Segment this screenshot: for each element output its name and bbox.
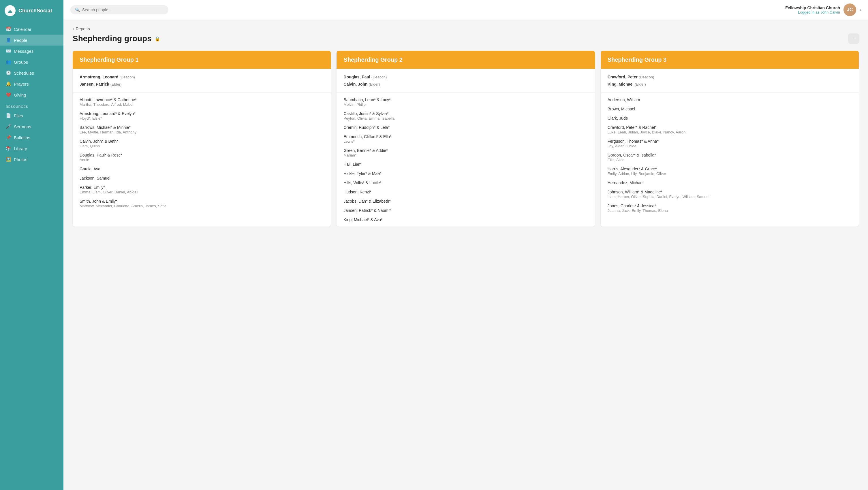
- sidebar-item-people-label: People: [14, 38, 27, 43]
- sidebar-item-library[interactable]: 📚 Library: [0, 143, 63, 154]
- member-family: Garcia, Ava: [80, 167, 324, 171]
- logo-text: ChurchSocial: [19, 8, 52, 14]
- files-icon: 📄: [6, 113, 11, 118]
- avatar[interactable]: JC: [843, 3, 856, 16]
- user-dropdown-icon[interactable]: ▾: [860, 8, 861, 11]
- member-name: Brown, Michael: [608, 107, 852, 111]
- group-title: Shepherding Group 2: [343, 57, 588, 63]
- sidebar-logo: ChurchSocial: [0, 0, 63, 21]
- member-name: Jacobs, Dan* & Elizabeth*: [343, 199, 588, 203]
- sidebar-item-schedules-label: Schedules: [14, 71, 34, 75]
- sidebar-item-messages[interactable]: ✉️ Messages: [0, 45, 63, 57]
- member-family: Anderson, William: [608, 97, 852, 102]
- member-name: Johnson, William* & Madeline*: [608, 190, 852, 194]
- search-input[interactable]: [82, 7, 164, 12]
- member-family: Hickle, Tyler* & Mae*: [343, 171, 588, 176]
- sidebar-nav: 📅 Calendar 👤 People ✉️ Messages 👥 Groups…: [0, 21, 63, 490]
- sidebar-item-groups-label: Groups: [14, 60, 28, 65]
- member-name: Barrows, Michael* & Minnie*: [80, 125, 324, 130]
- main-wrapper: 🔍 Fellowship Christian Church Logged in …: [63, 0, 868, 490]
- sidebar-item-photos[interactable]: 🖼️ Photos: [0, 154, 63, 165]
- sidebar-item-calendar[interactable]: 📅 Calendar: [0, 24, 63, 35]
- member-family: Baumbach, Leon* & Lucy*Melvin, Philip: [343, 97, 588, 107]
- sidebar-item-giving[interactable]: ❤️ Giving: [0, 89, 63, 100]
- resources-label: RESOURCES: [0, 100, 63, 110]
- main-content: ‹ Reports Shepherding groups 🔒 ··· Sheph…: [63, 20, 868, 490]
- leaders-section: Douglas, Paul (Deacon)Calvin, John (Elde…: [337, 69, 595, 93]
- sidebar-item-calendar-label: Calendar: [14, 27, 31, 32]
- leader-item: Calvin, John (Elder): [343, 81, 588, 88]
- member-family: Hernandez, Michael: [608, 181, 852, 185]
- member-name: Gordon, Oscar* & Isabella*: [608, 153, 852, 157]
- sidebar-item-files[interactable]: 📄 Files: [0, 110, 63, 121]
- member-family: Gordon, Oscar* & Isabella*Ellis, Alice: [608, 153, 852, 162]
- church-name: Fellowship Christian Church: [785, 5, 840, 10]
- member-children: Melvin, Philip: [343, 102, 588, 107]
- more-options-button[interactable]: ···: [848, 33, 859, 44]
- member-name: Green, Bennie* & Addie*: [343, 148, 588, 153]
- member-family: Castillo, Justin* & Sylvia*Peyton, Olivi…: [343, 111, 588, 121]
- leaders-section: Armstrong, Leonard (Deacon)Jansen, Patri…: [73, 69, 331, 93]
- group-title: Shepherding Group 3: [608, 57, 852, 63]
- breadcrumb: ‹ Reports: [73, 27, 859, 31]
- logo-icon: [5, 5, 16, 16]
- members-section: Baumbach, Leon* & Lucy*Melvin, PhilipCas…: [337, 93, 595, 227]
- leader-role: (Deacon): [371, 75, 387, 79]
- member-name: Cremin, Rudolph* & Lela*: [343, 125, 588, 130]
- member-family: Abbott, Lawrence* & Catherine*Martha, Th…: [80, 97, 324, 107]
- sidebar-item-bulletins-label: Bulletins: [14, 135, 30, 140]
- member-name: Smith, John & Emily*: [80, 199, 324, 203]
- member-family: Cremin, Rudolph* & Lela*: [343, 125, 588, 130]
- sidebar-item-people[interactable]: 👤 People: [0, 35, 63, 45]
- giving-icon: ❤️: [6, 92, 11, 97]
- member-children: Ellis, Alice: [608, 158, 852, 162]
- sidebar-item-messages-label: Messages: [14, 49, 33, 54]
- member-name: Garcia, Ava: [80, 167, 324, 171]
- lock-icon: 🔒: [155, 36, 160, 41]
- sidebar-item-sermons-label: Sermons: [14, 124, 31, 129]
- member-name: Anderson, William: [608, 97, 852, 102]
- member-name: King, Michael* & Ava*: [343, 217, 588, 222]
- member-family: Armstrong, Leonard* & Evelyn*Floyd*, Els…: [80, 111, 324, 121]
- member-name: Armstrong, Leonard* & Evelyn*: [80, 111, 324, 116]
- member-family: Johnson, William* & Madeline*Liam, Harpe…: [608, 190, 852, 199]
- member-name: Baumbach, Leon* & Lucy*: [343, 97, 588, 102]
- member-children: Annie: [80, 158, 324, 162]
- search-bar[interactable]: 🔍: [70, 5, 168, 14]
- sidebar-item-groups[interactable]: 👥 Groups: [0, 57, 63, 67]
- bulletins-icon: 📌: [6, 135, 11, 140]
- sidebar-item-photos-label: Photos: [14, 157, 27, 162]
- header-right: Fellowship Christian Church Logged in as…: [785, 3, 861, 16]
- sermons-icon: 🎤: [6, 124, 11, 129]
- sidebar: ChurchSocial 📅 Calendar 👤 People ✉️ Mess…: [0, 0, 63, 490]
- library-icon: 📚: [6, 146, 11, 151]
- sidebar-item-prayers[interactable]: 🔔 Prayers: [0, 78, 63, 89]
- group-card-group3: Shepherding Group 3Crawford, Peter (Deac…: [601, 51, 859, 227]
- member-name: Castillo, Justin* & Sylvia*: [343, 111, 588, 116]
- member-children: Luke, Leah, Julian, Joyce, Blake, Nancy,…: [608, 130, 852, 134]
- member-children: Matthew, Alexander, Charlotte, Amelia, J…: [80, 204, 324, 208]
- member-children: Lewis*: [343, 139, 588, 143]
- leader-item: King, Michael (Elder): [608, 81, 852, 88]
- member-children: Liam, Quinn: [80, 144, 324, 148]
- sidebar-item-bulletins[interactable]: 📌 Bulletins: [0, 132, 63, 143]
- group-card-group1: Shepherding Group 1Armstrong, Leonard (D…: [73, 51, 331, 227]
- breadcrumb-link[interactable]: Reports: [76, 27, 90, 31]
- leader-role: (Elder): [111, 82, 122, 87]
- member-children: Joy, Aiden, Chloe: [608, 144, 852, 148]
- sidebar-item-schedules[interactable]: 🕐 Schedules: [0, 67, 63, 78]
- member-name: Jansen, Patrick* & Naomi*: [343, 208, 588, 213]
- member-children: Emily, Adrian, Lily, Benjamin, Oliver: [608, 171, 852, 176]
- member-name: Crawford, Peter* & Rachel*: [608, 125, 852, 130]
- page-title-left: Shepherding groups 🔒: [73, 34, 160, 43]
- sidebar-item-sermons[interactable]: 🎤 Sermons: [0, 121, 63, 132]
- photos-icon: 🖼️: [6, 157, 11, 162]
- member-family: Green, Bennie* & Addie*Marian*: [343, 148, 588, 157]
- member-family: Parker, Emily*Emma, Liam, Oliver, Daniel…: [80, 185, 324, 194]
- member-family: Emmerich, Clifford* & Ella*Lewis*: [343, 134, 588, 143]
- member-name: Hills, Willis* & Lucile*: [343, 181, 588, 185]
- people-icon: 👤: [6, 37, 11, 43]
- member-name: Hernandez, Michael: [608, 181, 852, 185]
- member-family: Hills, Willis* & Lucile*: [343, 181, 588, 185]
- leader-item: Crawford, Peter (Deacon): [608, 73, 852, 81]
